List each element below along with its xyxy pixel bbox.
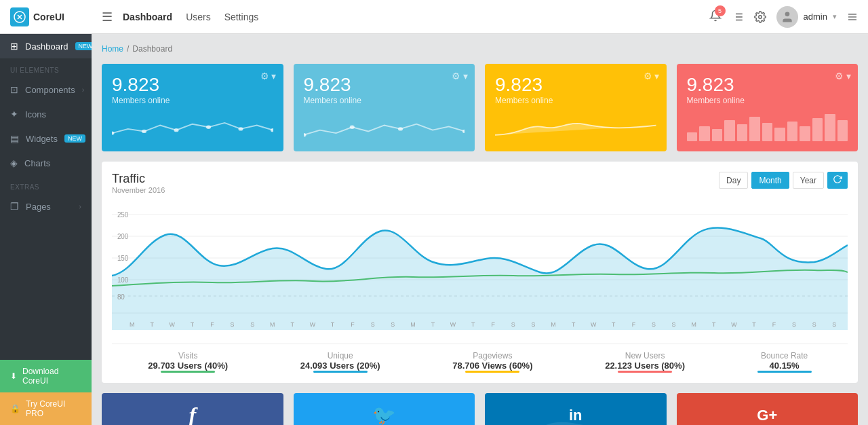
download-coreui-button[interactable]: ⬇ Download CoreUI: [0, 360, 92, 392]
gear-icon-1[interactable]: ⚙ ▾: [452, 71, 468, 81]
bar-6: [762, 123, 773, 141]
sparkline-0: [112, 112, 273, 139]
pageviews-label: Pageviews: [452, 351, 532, 361]
traffic-title-area: Traffic November 2016: [112, 172, 165, 194]
sidebar-bottom: ⬇ Download CoreUI 🔒 Try CoreUI PRO: [0, 360, 92, 425]
traffic-year-button[interactable]: Year: [793, 172, 824, 189]
sidebar-item-icons[interactable]: ✦ Icons: [0, 102, 92, 126]
chevron-pages: ›: [79, 202, 81, 210]
traffic-refresh-button[interactable]: [827, 172, 848, 189]
pageviews-value: 78.706 Views (60%): [452, 361, 532, 371]
linkedin-icon: in: [569, 407, 583, 424]
notification-button[interactable]: 5: [709, 10, 722, 24]
brand-logo: [10, 7, 29, 26]
hamburger-icon[interactable]: ☰: [102, 10, 113, 24]
svg-text:S: S: [652, 321, 656, 328]
bar-5: [749, 117, 760, 141]
main-content: Home / Dashboard ⚙ ▾ 9.823 Members onlin…: [92, 34, 868, 425]
stat-label-0: Members online: [112, 96, 273, 105]
breadcrumb: Home / Dashboard: [102, 44, 858, 54]
sidebar-item-widgets[interactable]: ▤ Widgets NEW: [0, 126, 92, 151]
bar-3: [724, 120, 735, 142]
sidebar-item-dashboard[interactable]: ⊞ Dashboard NEW: [0, 34, 92, 58]
unique-value: 24.093 Users (20%): [300, 361, 380, 371]
gear-icon-3[interactable]: ⚙ ▾: [835, 71, 851, 81]
pageviews-bar: [465, 371, 519, 373]
bar-4: [737, 124, 748, 141]
pages-icon: ❐: [10, 201, 19, 212]
svg-point-17: [271, 128, 273, 132]
svg-point-19: [349, 126, 354, 129]
sidebar-item-charts[interactable]: ◈ Charts: [0, 151, 92, 175]
sidebar-widgets-badge: NEW: [64, 134, 85, 143]
svg-text:T: T: [712, 321, 716, 328]
bar-9: [800, 126, 810, 142]
svg-text:250: 250: [117, 211, 129, 219]
main-layout: ⊞ Dashboard NEW UI ELEMENTS ⊡ Components…: [0, 34, 868, 425]
settings-icon[interactable]: [754, 11, 766, 23]
ui-elements-label: UI ELEMENTS: [0, 58, 92, 77]
svg-point-14: [174, 128, 178, 132]
avatar: [776, 6, 798, 28]
sidebar-icons-label: Icons: [25, 109, 46, 119]
stat-label-1: Members online: [304, 96, 465, 105]
stat-card-3: ⚙ ▾ 9.823 Members online: [677, 64, 859, 151]
sidebar-dashboard-badge: NEW: [75, 42, 92, 50]
bounce-bar: [757, 371, 812, 373]
svg-point-7: [758, 15, 762, 18]
sparkline-2: [495, 112, 656, 139]
social-card-linkedin[interactable]: in: [485, 393, 667, 425]
stat-value-3: 9.823: [687, 74, 848, 96]
traffic-day-button[interactable]: Day: [719, 172, 748, 189]
try-label: Try CoreUI PRO: [26, 399, 81, 418]
traffic-chart: 250 200 150 100 80 M T W T F S S M T W: [112, 201, 848, 337]
svg-point-13: [142, 130, 146, 133]
svg-text:100: 100: [117, 276, 129, 284]
bar-2: [712, 129, 723, 141]
svg-text:T: T: [150, 321, 154, 328]
svg-text:T: T: [471, 321, 475, 328]
widgets-icon: ▤: [10, 133, 19, 144]
traffic-month-button[interactable]: Month: [751, 172, 789, 189]
brand-logo-area: CoreUI: [10, 7, 102, 26]
stat-unique: Unique 24.093 Users (20%): [300, 351, 380, 373]
list-icon[interactable]: [732, 11, 744, 23]
social-card-twitter[interactable]: 🐦: [294, 393, 475, 425]
sidebar-item-components[interactable]: ⊡ Components ›: [0, 77, 92, 102]
bar-sparkline-3: [687, 111, 848, 141]
svg-text:F: F: [351, 321, 355, 328]
bar-8: [787, 122, 798, 141]
try-coreui-pro-button[interactable]: 🔒 Try CoreUI PRO: [0, 392, 92, 425]
nav-settings[interactable]: Settings: [224, 12, 259, 22]
nav-users[interactable]: Users: [186, 12, 211, 22]
gear-icon-2[interactable]: ⚙ ▾: [644, 71, 660, 81]
svg-text:S: S: [792, 321, 796, 328]
try-icon: 🔒: [10, 404, 20, 413]
sidebar-widgets-label: Widgets: [26, 134, 58, 144]
svg-text:F: F: [772, 321, 776, 328]
social-card-facebook[interactable]: f: [102, 393, 283, 425]
stat-cards: ⚙ ▾ 9.823 Members online: [102, 64, 858, 151]
stat-card-2: ⚙ ▾ 9.823 Members online: [485, 64, 667, 151]
gear-icon-0[interactable]: ⚙ ▾: [260, 71, 277, 81]
download-icon: ⬇: [10, 371, 17, 381]
bounce-label: Bounce Rate: [757, 351, 812, 361]
hamburger-right-icon[interactable]: [847, 12, 858, 22]
svg-text:S: S: [531, 321, 535, 328]
stat-pageviews: Pageviews 78.706 Views (60%): [452, 351, 532, 373]
breadcrumb-home[interactable]: Home: [102, 44, 123, 54]
sidebar-charts-label: Charts: [24, 158, 50, 168]
nav-dashboard[interactable]: Dashboard: [123, 12, 172, 22]
avatar-area[interactable]: admin ▾: [776, 6, 837, 28]
visits-label: Visits: [148, 351, 228, 361]
svg-text:W: W: [731, 321, 737, 328]
stat-label-2: Members online: [495, 96, 656, 105]
svg-text:W: W: [450, 321, 456, 328]
sidebar-item-pages[interactable]: ❐ Pages ›: [0, 194, 92, 219]
social-card-google[interactable]: G+: [677, 393, 859, 425]
svg-text:F: F: [492, 321, 496, 328]
traffic-header: Traffic November 2016 Day Month Year: [112, 172, 848, 194]
traffic-subtitle: November 2016: [112, 186, 165, 194]
bar-10: [812, 118, 823, 141]
breadcrumb-current: Dashboard: [132, 44, 172, 54]
